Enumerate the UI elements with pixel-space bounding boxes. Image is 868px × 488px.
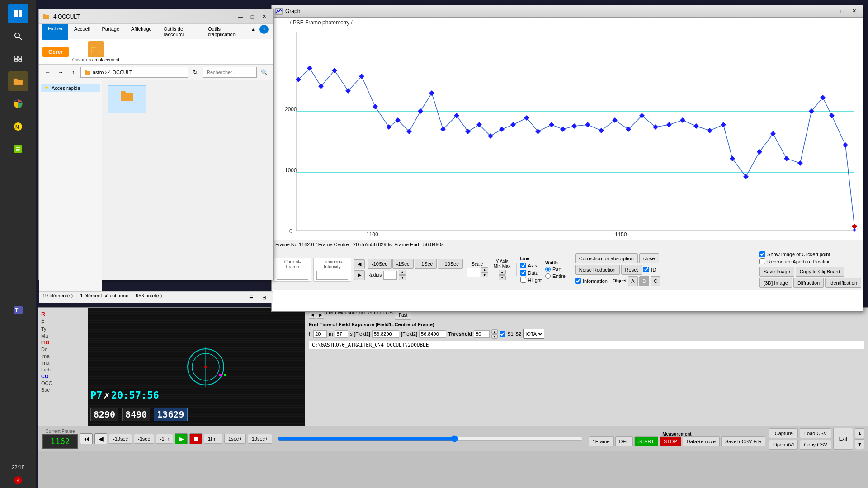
exit-btn[interactable]: Exit bbox=[833, 428, 853, 450]
reproduce-checkbox[interactable] bbox=[760, 258, 765, 264]
graph-minimize-btn[interactable]: — bbox=[825, 7, 836, 16]
hilight-checkbox-label[interactable]: Hilight bbox=[520, 277, 542, 283]
left-arrow-btn[interactable]: ◀ bbox=[354, 259, 365, 269]
graph-close-btn[interactable]: ✕ bbox=[849, 7, 859, 16]
current-frame-input[interactable]: 1162.0 bbox=[277, 271, 308, 280]
play-btn[interactable]: ▶ bbox=[175, 433, 188, 444]
scale-input[interactable]: 4 bbox=[467, 268, 480, 277]
show-image-checkbox-label[interactable]: Show Image of Clicked point bbox=[760, 251, 830, 257]
part-radio-label[interactable]: Part bbox=[545, 267, 566, 272]
diffraction-btn[interactable]: Diffraction bbox=[793, 278, 824, 288]
save-csv-btn[interactable]: SaveToCSV-File bbox=[721, 436, 765, 446]
tab-affichage[interactable]: Affichage bbox=[125, 24, 158, 39]
scroll-up-btn[interactable]: ▲ bbox=[855, 428, 864, 438]
ribbon-collapse-btn[interactable]: ▲ bbox=[248, 25, 259, 34]
id-checkbox[interactable] bbox=[643, 267, 649, 272]
file-item[interactable]: ... bbox=[108, 85, 146, 113]
plus1sec-btn[interactable]: 1sec+ bbox=[224, 434, 246, 444]
view-grid-btn[interactable]: ⊞ bbox=[259, 293, 269, 302]
stop-btn[interactable]: ⏹ bbox=[189, 433, 202, 444]
threshold-down-btn[interactable]: ▼ bbox=[491, 334, 498, 339]
threshold-up-btn[interactable]: ▲ bbox=[491, 329, 498, 334]
scale-down-btn[interactable]: ▼ bbox=[481, 272, 488, 277]
maximize-button[interactable]: □ bbox=[247, 12, 258, 21]
minus1-btn[interactable]: -1sec bbox=[134, 434, 154, 444]
go-start-btn[interactable]: ⏮ bbox=[80, 433, 93, 444]
axis-checkbox-label[interactable]: Axis bbox=[520, 263, 542, 268]
chrome-button[interactable] bbox=[8, 94, 28, 114]
scroll-left-btn[interactable]: ◀ bbox=[309, 311, 316, 319]
close-button[interactable]: ✕ bbox=[259, 12, 269, 21]
information-checkbox-label[interactable]: Information bbox=[575, 278, 608, 284]
copy-clipboard-btn[interactable]: Copy to ClipBoard bbox=[796, 267, 844, 277]
radius-down-btn[interactable]: ▼ bbox=[399, 275, 406, 280]
scroll-down-btn[interactable]: ▼ bbox=[855, 439, 864, 449]
data-checkbox-label[interactable]: Data bbox=[520, 270, 542, 276]
plus10sec-btn[interactable]: +10Sec bbox=[438, 259, 463, 269]
ouvrir-btn[interactable]: Ouvrir un emplacement bbox=[72, 41, 119, 62]
scroll-right-btn[interactable]: ▶ bbox=[317, 311, 324, 319]
obj-c-btn[interactable]: C bbox=[651, 276, 660, 286]
y-down-btn[interactable]: ▼ bbox=[499, 275, 506, 280]
graph-maximize-btn[interactable]: □ bbox=[837, 7, 848, 16]
minus1fr-btn[interactable]: -1Fr bbox=[156, 434, 173, 444]
forward-btn[interactable]: → bbox=[55, 67, 66, 78]
hilight-checkbox[interactable] bbox=[520, 277, 526, 283]
noise-reduction-btn[interactable]: Noise Reduction bbox=[575, 265, 620, 275]
plus1fr-btn[interactable]: 1Fr+ bbox=[204, 434, 222, 444]
identification-btn[interactable]: Identification bbox=[825, 278, 861, 288]
image-3d-btn[interactable]: [3D] Image bbox=[760, 278, 792, 288]
information-checkbox[interactable] bbox=[575, 278, 581, 284]
save-image-btn[interactable]: Save Image bbox=[760, 267, 794, 277]
reproduce-checkbox-label[interactable]: Reproduce Aperture Position bbox=[760, 258, 831, 264]
entire-radio[interactable] bbox=[545, 273, 551, 279]
id-checkbox-label[interactable]: ID bbox=[643, 267, 656, 272]
refresh-btn[interactable]: ↻ bbox=[190, 67, 201, 78]
obj-a-btn[interactable]: A bbox=[628, 276, 638, 286]
plus10sec-btn[interactable]: 10sec+ bbox=[248, 434, 272, 444]
search-btn[interactable]: 🔍 bbox=[259, 67, 269, 78]
stop-meas-btn[interactable]: STOP bbox=[660, 436, 681, 446]
obj-b-btn[interactable]: B bbox=[639, 276, 649, 286]
tab-outils-raccourci[interactable]: Outils de raccourci bbox=[158, 24, 202, 39]
up-btn[interactable]: ↑ bbox=[68, 67, 79, 78]
s-field2-input[interactable] bbox=[419, 330, 446, 338]
minimize-button[interactable]: — bbox=[235, 12, 246, 21]
search-input[interactable] bbox=[203, 67, 257, 78]
s-field1-input[interactable] bbox=[372, 330, 399, 338]
correction-absorption-btn[interactable]: Correction for absorption bbox=[575, 253, 638, 263]
part-radio[interactable] bbox=[545, 267, 551, 272]
luminous-intensity-input[interactable]: 588.0 bbox=[316, 271, 348, 280]
frame-slider[interactable] bbox=[278, 435, 583, 442]
h-input[interactable] bbox=[313, 330, 327, 338]
minus1sec-btn[interactable]: -1Sec bbox=[392, 259, 414, 269]
1frame-btn[interactable]: 1Frame bbox=[589, 436, 614, 446]
capture-btn[interactable]: Capture bbox=[769, 428, 798, 438]
start-button[interactable] bbox=[8, 4, 28, 23]
start-btn[interactable]: START bbox=[634, 436, 658, 446]
radius-input[interactable]: 3 bbox=[383, 271, 397, 280]
view-list-btn[interactable]: ☰ bbox=[246, 293, 257, 302]
ribbon-help-btn[interactable]: ? bbox=[259, 25, 269, 34]
close-btn[interactable]: close bbox=[639, 253, 659, 263]
tab-accueil[interactable]: Accueil bbox=[68, 24, 96, 39]
minus10sec-btn[interactable]: -10Sec bbox=[368, 259, 392, 269]
load-csv-btn[interactable]: Load CSV bbox=[800, 428, 831, 438]
sidebar-item-acces-rapide[interactable]: ★ Accès rapide bbox=[41, 84, 100, 92]
back-btn[interactable]: ← bbox=[42, 67, 53, 78]
data-remove-btn[interactable]: DataRemove bbox=[683, 436, 720, 446]
iota-select[interactable]: IOTA bbox=[523, 329, 544, 339]
plus1sec-btn[interactable]: +1Sec bbox=[415, 259, 437, 269]
norton-button[interactable]: N bbox=[8, 117, 28, 136]
axis-checkbox[interactable] bbox=[520, 263, 526, 268]
y-up-btn[interactable]: ▲ bbox=[499, 270, 506, 275]
m-input[interactable] bbox=[335, 330, 348, 338]
file-explorer-button[interactable] bbox=[8, 71, 28, 91]
search-button[interactable] bbox=[8, 26, 28, 46]
entire-radio-label[interactable]: Entire bbox=[545, 273, 566, 279]
radius-up-btn[interactable]: ▲ bbox=[399, 270, 406, 275]
tab-partage[interactable]: Partage bbox=[96, 24, 125, 39]
scale-up-btn[interactable]: ▲ bbox=[481, 267, 488, 272]
open-avi-btn[interactable]: Open AVI bbox=[769, 440, 798, 450]
step-back-btn[interactable]: ◀ bbox=[94, 433, 107, 444]
